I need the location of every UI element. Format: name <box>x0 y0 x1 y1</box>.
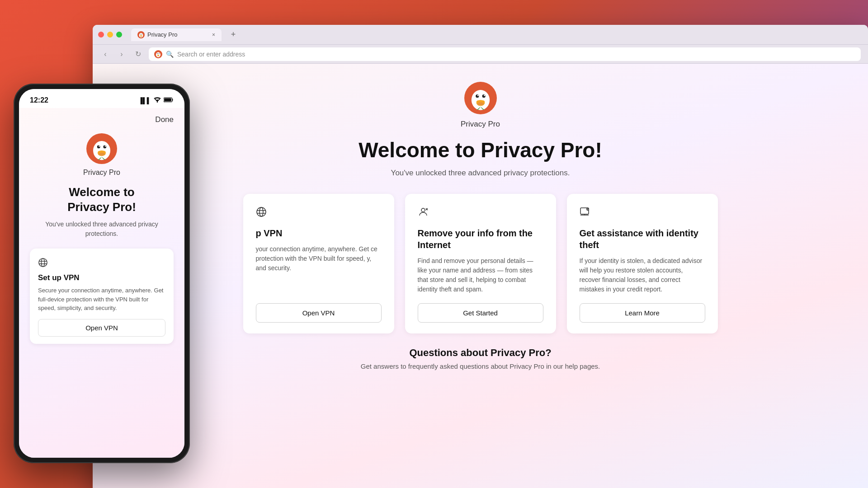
svg-point-9 <box>141 36 142 37</box>
phone-app-logo <box>86 133 117 164</box>
phone-time: 12:22 <box>30 96 48 104</box>
svg-point-19 <box>476 94 479 98</box>
battery-icon <box>164 97 174 104</box>
phone-open-vpn-button[interactable]: Open VPN <box>38 319 165 337</box>
address-bar[interactable]: 🔍 Search or enter address <box>149 47 861 61</box>
feature-cards-row: p VPN your connection anytime, anywhere.… <box>243 194 718 333</box>
remove-info-card: Remove your info from the Internet Find … <box>405 194 556 333</box>
browser-page-content: Privacy Pro Welcome to Privacy Pro! You'… <box>93 64 868 488</box>
svg-point-45 <box>97 145 100 149</box>
remove-info-card-title: Remove your info from the Internet <box>418 227 543 251</box>
open-vpn-button[interactable]: Open VPN <box>256 303 382 323</box>
questions-sub: Get answers to frequently asked question… <box>361 362 600 370</box>
questions-title: Questions about Privacy Pro? <box>361 347 600 359</box>
svg-point-20 <box>482 94 485 98</box>
privacy-pro-app-label: Privacy Pro <box>461 120 500 129</box>
phone-content: Done Privacy Pro Welcome toPrivacy Pro! <box>19 108 184 458</box>
svg-point-12 <box>157 53 158 54</box>
traffic-light-red[interactable] <box>98 32 104 38</box>
svg-point-26 <box>477 102 483 105</box>
traffic-light-yellow[interactable] <box>107 32 113 38</box>
tab-title: Privacy Pro <box>147 31 177 38</box>
address-bar-text: Search or enter address <box>177 51 245 58</box>
phone-welcome-sub: You've unlocked three advanced privacy p… <box>30 220 174 239</box>
tab-favicon <box>137 31 145 38</box>
svg-point-28 <box>259 207 263 216</box>
identity-theft-card-desc: If your identity is stolen, a dedicated … <box>580 256 705 294</box>
svg-point-5 <box>142 34 142 35</box>
vpn-card: p VPN your connection anytime, anywhere.… <box>243 194 394 333</box>
svg-point-31 <box>421 208 425 212</box>
back-button[interactable]: ‹ <box>100 49 111 60</box>
browser-toolbar: ‹ › ↻ 🔍 Search or enter address <box>93 45 868 64</box>
vpn-card-title: p VPN <box>256 227 382 239</box>
welcome-subtext: You've unlocked three advanced privacy p… <box>391 169 570 178</box>
phone-status-icons: ▐▌▌ <box>138 97 174 104</box>
svg-point-13 <box>159 53 160 54</box>
wifi-icon <box>154 97 161 104</box>
browser-titlebar: Privacy Pro × + <box>93 25 868 45</box>
svg-point-21 <box>477 95 478 96</box>
learn-more-button[interactable]: Learn More <box>580 303 705 323</box>
svg-point-48 <box>105 145 106 147</box>
vpn-card-desc: your connection anytime, anywhere. Get c… <box>256 244 382 294</box>
phone-vpn-card-title: Set up VPN <box>38 273 165 282</box>
remove-info-card-desc: Find and remove your personal details — … <box>418 256 543 294</box>
svg-point-38 <box>157 101 158 103</box>
svg-point-4 <box>140 34 141 35</box>
phone-vpn-card: Set up VPN Secure your connection anytim… <box>30 249 174 344</box>
phone-welcome-title: Welcome toPrivacy Pro! <box>67 185 136 214</box>
refresh-button[interactable]: ↻ <box>132 49 143 60</box>
phone-device: 12:22 ▐▌▌ <box>14 84 190 463</box>
identity-theft-card-title: Get assistance with identity theft <box>580 227 705 251</box>
svg-point-47 <box>99 145 100 147</box>
svg-point-14 <box>157 55 160 56</box>
phone-vpn-icon <box>38 258 165 270</box>
svg-rect-40 <box>164 98 171 101</box>
svg-point-22 <box>484 95 485 96</box>
remove-info-card-icon <box>418 206 543 220</box>
browser-window: Privacy Pro × + ‹ › ↻ 🔍 Search or enter … <box>93 25 868 488</box>
welcome-heading: Welcome to Privacy Pro! <box>359 138 602 162</box>
traffic-light-green[interactable] <box>116 32 122 38</box>
search-icon: 🔍 <box>166 51 174 58</box>
svg-point-54 <box>41 258 44 267</box>
questions-section: Questions about Privacy Pro? Get answers… <box>361 347 600 370</box>
phone-screen: 12:22 ▐▌▌ <box>19 89 184 458</box>
svg-point-53 <box>39 258 47 267</box>
phone-vpn-card-desc: Secure your connection anytime, anywhere… <box>38 286 165 313</box>
get-started-button[interactable]: Get Started <box>418 303 543 323</box>
phone-app-name: Privacy Pro <box>83 169 120 177</box>
phone-status-bar: 12:22 ▐▌▌ <box>19 89 184 108</box>
forward-button[interactable]: › <box>116 49 127 60</box>
svg-point-46 <box>103 145 106 149</box>
tab-add-button[interactable]: + <box>227 28 240 41</box>
tab-close-button[interactable]: × <box>212 32 215 38</box>
browser-tab[interactable]: Privacy Pro × <box>131 28 222 41</box>
identity-theft-card-icon <box>580 206 705 220</box>
signal-icon: ▐▌▌ <box>138 97 151 104</box>
traffic-lights <box>98 32 122 38</box>
svg-point-27 <box>257 207 266 216</box>
svg-point-52 <box>99 153 105 156</box>
address-bar-favicon <box>154 50 162 58</box>
privacy-pro-logo <box>464 82 497 114</box>
identity-theft-card: Get assistance with identity theft If yo… <box>567 194 718 333</box>
vpn-card-icon <box>256 206 382 220</box>
done-button[interactable]: Done <box>155 115 174 124</box>
svg-point-37 <box>586 208 589 211</box>
